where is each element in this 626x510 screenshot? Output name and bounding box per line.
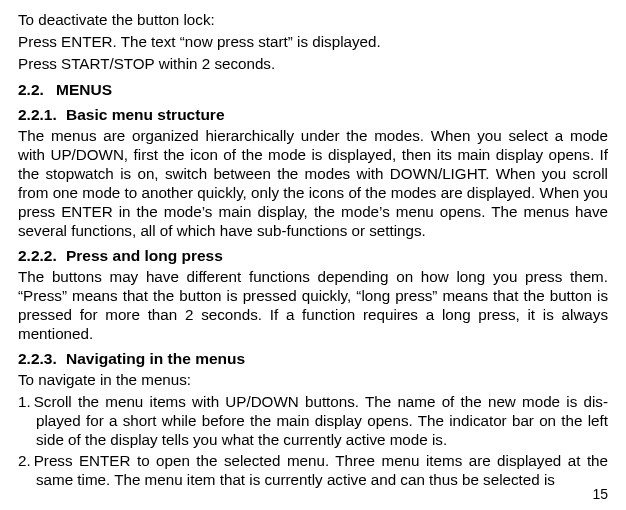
intro-line-3: Press START/STOP within 2 seconds. xyxy=(18,54,608,73)
list-item: 1. Scroll the menu items with UP/DOWN bu… xyxy=(18,392,608,449)
list-item: 2. Press ENTER to open the selected menu… xyxy=(18,451,608,489)
heading-2-2-title: MENUS xyxy=(56,81,112,98)
lead-2-2-3: To navigate in the menus: xyxy=(18,370,608,389)
heading-2-2: 2.2.MENUS xyxy=(18,81,608,99)
heading-2-2-1-num: 2.2.1. xyxy=(18,106,66,124)
nav-list: 1. Scroll the menu items with UP/DOWN bu… xyxy=(18,392,608,489)
heading-2-2-3-title: Navigating in the menus xyxy=(66,350,245,367)
heading-2-2-2-num: 2.2.2. xyxy=(18,247,66,265)
heading-2-2-2: 2.2.2.Press and long press xyxy=(18,247,608,265)
heading-2-2-3: 2.2.3.Navigating in the menus xyxy=(18,350,608,368)
body-2-2-1: The menus are organized hierarchically u… xyxy=(18,126,608,240)
intro-line-2: Press ENTER. The text “now press start” … xyxy=(18,32,608,51)
heading-2-2-3-num: 2.2.3. xyxy=(18,350,66,368)
heading-2-2-1: 2.2.1.Basic menu structure xyxy=(18,106,608,124)
heading-2-2-2-title: Press and long press xyxy=(66,247,223,264)
page: To deactivate the button lock: Press ENT… xyxy=(0,0,626,510)
page-number: 15 xyxy=(592,486,608,502)
heading-2-2-1-title: Basic menu structure xyxy=(66,106,225,123)
intro-line-1: To deactivate the button lock: xyxy=(18,10,608,29)
heading-2-2-num: 2.2. xyxy=(18,81,56,99)
body-2-2-2: The buttons may have different functions… xyxy=(18,267,608,343)
